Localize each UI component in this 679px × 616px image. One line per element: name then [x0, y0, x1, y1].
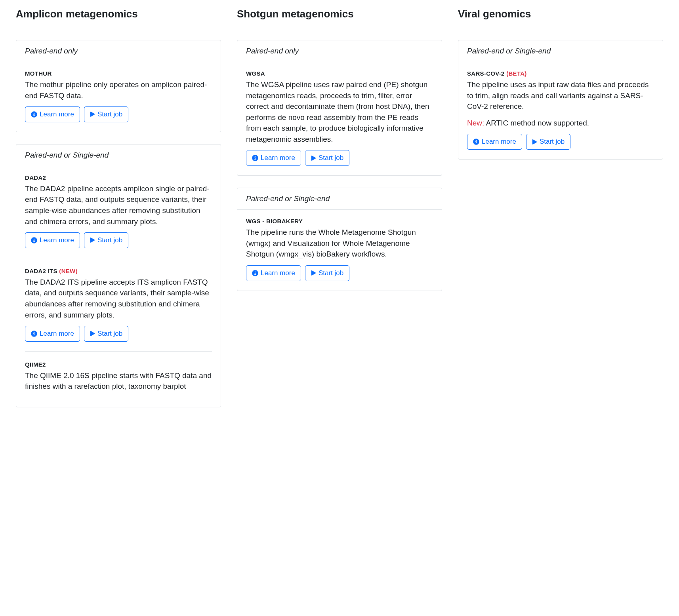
pipeline-wgsa: WGSAThe WGSA pipeline uses raw paired en…: [246, 70, 433, 166]
pipeline-dada2: DADA2The DADA2 pipeline accepts amplicon…: [25, 174, 212, 248]
button-label: Start job: [319, 268, 343, 278]
pipeline-tag: (NEW): [59, 268, 78, 274]
pipeline-extra-note: New: ARTIC method now supported.: [467, 118, 654, 129]
card-header: Paired-end only: [16, 40, 221, 62]
card-body: MOTHURThe mothur pipeline only operates …: [16, 62, 221, 132]
column-title: Viral genomics: [458, 8, 663, 20]
pipeline-dada2-its: DADA2 ITS (NEW)The DADA2 ITS pipeline ac…: [25, 258, 212, 342]
question-circle-icon: [252, 155, 258, 161]
question-circle-icon: [252, 270, 258, 276]
pipeline-description: The pipeline runs the Whole Metagenome S…: [246, 227, 433, 260]
pipeline-name: DADA2: [25, 174, 212, 181]
column-title: Shotgun metagenomics: [237, 8, 442, 20]
column-viral-genomics: Viral genomicsPaired-end or Single-endSA…: [458, 8, 663, 171]
pipeline-wgs-biobakery: WGS - BIOBAKERYThe pipeline runs the Who…: [246, 218, 433, 281]
card-header: Paired-end or Single-end: [237, 188, 442, 210]
column-amplicon-metagenomics: Amplicon metagenomicsPaired-end onlyMOTH…: [16, 8, 221, 419]
play-icon: [532, 139, 537, 144]
button-label: Start job: [97, 110, 122, 119]
pipeline-description: The DADA2 pipeline accepts amplicon sing…: [25, 183, 212, 227]
pipeline-description: The WGSA pipeline uses raw paired end (P…: [246, 79, 433, 144]
button-label: Learn more: [261, 153, 295, 163]
pipeline-name: WGSA: [246, 70, 433, 77]
start-job-button[interactable]: Start job: [84, 106, 128, 122]
card-body: WGSAThe WGSA pipeline uses raw paired en…: [237, 62, 442, 175]
highlight-label: New:: [467, 119, 484, 127]
start-job-button[interactable]: Start job: [84, 326, 128, 342]
pipeline-name: SARS-COV-2 (BETA): [467, 70, 654, 77]
button-label: Start job: [97, 329, 122, 338]
card-header: Paired-end only: [237, 40, 442, 62]
button-row: Learn moreStart job: [246, 265, 433, 281]
learn-more-button[interactable]: Learn more: [25, 326, 80, 342]
button-label: Learn more: [40, 110, 74, 119]
pipeline-card: Paired-end or Single-endSARS-COV-2 (BETA…: [458, 40, 663, 160]
button-row: Learn moreStart job: [25, 106, 212, 122]
card-body: SARS-COV-2 (BETA)The pipeline uses as in…: [458, 62, 663, 159]
pipeline-description: The QIIME 2.0 16S pipeline starts with F…: [25, 370, 212, 392]
question-circle-icon: [31, 237, 37, 243]
pipeline-card: Paired-end or Single-endDADA2The DADA2 p…: [16, 144, 221, 407]
learn-more-button[interactable]: Learn more: [467, 134, 522, 150]
pipeline-tag: (BETA): [506, 70, 527, 77]
play-icon: [311, 156, 316, 161]
question-circle-icon: [473, 139, 479, 145]
card-body: DADA2The DADA2 pipeline accepts amplicon…: [16, 166, 221, 407]
pipeline-card: Paired-end or Single-endWGS - BIOBAKERYT…: [237, 188, 442, 291]
button-row: Learn moreStart job: [25, 232, 212, 248]
play-icon: [90, 238, 95, 243]
column-shotgun-metagenomics: Shotgun metagenomicsPaired-end onlyWGSAT…: [237, 8, 442, 303]
pipeline-name: DADA2 ITS (NEW): [25, 268, 212, 274]
button-label: Start job: [319, 153, 343, 163]
learn-more-button[interactable]: Learn more: [246, 265, 301, 281]
button-label: Learn more: [40, 236, 74, 245]
card-header: Paired-end or Single-end: [16, 144, 221, 166]
play-icon: [90, 331, 95, 336]
play-icon: [311, 270, 316, 276]
play-icon: [90, 112, 95, 117]
start-job-button[interactable]: Start job: [305, 150, 349, 166]
card-body: WGS - BIOBAKERYThe pipeline runs the Who…: [237, 210, 442, 290]
learn-more-button[interactable]: Learn more: [246, 150, 301, 166]
start-job-button[interactable]: Start job: [526, 134, 570, 150]
button-label: Learn more: [482, 137, 516, 146]
pipeline-description: The pipeline uses as input raw data file…: [467, 79, 654, 112]
pipeline-card: Paired-end onlyMOTHURThe mothur pipeline…: [16, 40, 221, 132]
start-job-button[interactable]: Start job: [305, 265, 349, 281]
start-job-button[interactable]: Start job: [84, 232, 128, 248]
pipeline-card: Paired-end onlyWGSAThe WGSA pipeline use…: [237, 40, 442, 176]
button-label: Start job: [97, 236, 122, 245]
button-row: Learn moreStart job: [25, 326, 212, 342]
button-label: Learn more: [261, 268, 295, 278]
question-circle-icon: [31, 331, 37, 337]
pipeline-name: WGS - BIOBAKERY: [246, 218, 433, 224]
learn-more-button[interactable]: Learn more: [25, 106, 80, 122]
pipeline-sars-cov-2: SARS-COV-2 (BETA)The pipeline uses as in…: [467, 70, 654, 150]
button-label: Start job: [540, 137, 565, 146]
pipeline-mothur: MOTHURThe mothur pipeline only operates …: [25, 70, 212, 122]
card-header: Paired-end or Single-end: [458, 40, 663, 62]
pipeline-description: The mothur pipeline only operates on amp…: [25, 79, 212, 101]
pipeline-name: MOTHUR: [25, 70, 212, 77]
column-title: Amplicon metagenomics: [16, 8, 221, 20]
button-label: Learn more: [40, 329, 74, 338]
button-row: Learn moreStart job: [467, 134, 654, 150]
pipeline-name: QIIME2: [25, 361, 212, 368]
pipeline-qiime2: QIIME2The QIIME 2.0 16S pipeline starts …: [25, 351, 212, 392]
pipeline-description: The DADA2 ITS pipeline accepts ITS ampli…: [25, 277, 212, 320]
learn-more-button[interactable]: Learn more: [25, 232, 80, 248]
button-row: Learn moreStart job: [246, 150, 433, 166]
question-circle-icon: [31, 111, 37, 118]
